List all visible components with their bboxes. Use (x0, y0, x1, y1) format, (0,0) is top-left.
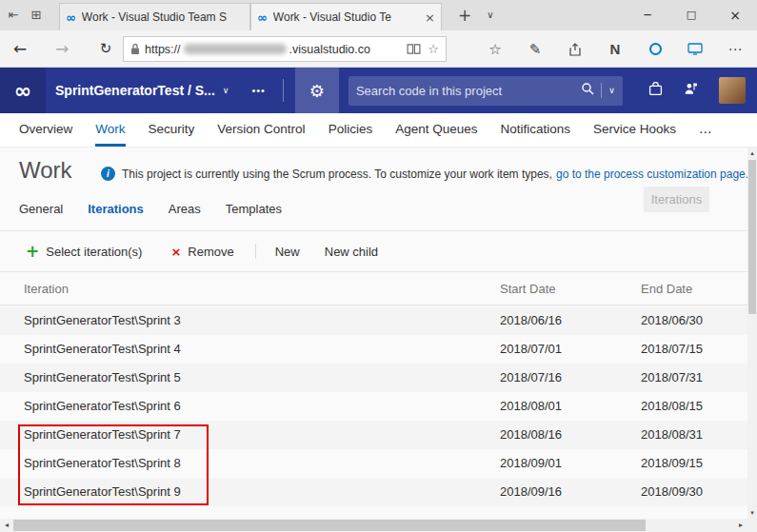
tab-service-hooks[interactable]: Service Hooks (593, 113, 676, 147)
tab-agent-queues[interactable]: Agent Queues (395, 113, 477, 147)
work-settings-content: Work i This project is currently using t… (0, 148, 747, 519)
scroll-right-arrow-icon[interactable]: ▸ (734, 519, 747, 532)
end-date-cell: 2018/06/30 (641, 306, 703, 335)
settings-more-icon[interactable]: ⋯ (715, 30, 755, 68)
end-date-cell: 2018/07/15 (641, 335, 703, 364)
iteration-cell: SprintGeneratorTest\Sprint 9 (24, 478, 181, 506)
iterations-ghost-button: Iterations (644, 187, 709, 212)
new-tab-button[interactable]: + (455, 0, 474, 30)
tab-overview[interactable]: Overview (19, 113, 72, 147)
header-ellipsis-button[interactable]: ••• (251, 85, 266, 96)
start-date-cell: 2018/08/16 (500, 421, 562, 449)
subtab-templates[interactable]: Templates (226, 202, 282, 216)
horizontal-scrollbar[interactable]: ◂ ▸ (0, 519, 757, 532)
table-row[interactable]: SprintGeneratorTest\Sprint 7 2018/08/16 … (0, 421, 747, 449)
scroll-left-arrow-icon[interactable]: ◂ (0, 519, 13, 532)
info-icon: i (101, 167, 115, 181)
refresh-button[interactable]: ↻ (93, 30, 118, 68)
forward-button[interactable]: → (50, 30, 74, 68)
new-child-button[interactable]: New child (325, 245, 378, 259)
share-icon[interactable] (555, 30, 595, 68)
table-row[interactable]: SprintGeneratorTest\Sprint 8 2018/09/01 … (0, 449, 747, 478)
tab-policies[interactable]: Policies (329, 113, 373, 147)
header-right-icons (648, 77, 757, 104)
page-title: Work (19, 157, 72, 184)
vsts-favicon: ∞ (257, 10, 268, 25)
start-date-cell: 2018/07/16 (500, 364, 562, 392)
hub-icon[interactable]: ☆ (475, 30, 515, 68)
reading-view-icon[interactable] (407, 44, 421, 54)
iteration-cell: SprintGeneratorTest\Sprint 4 (24, 335, 181, 364)
plus-icon: + (26, 242, 39, 261)
lock-icon (130, 43, 140, 55)
project-selector-label: SprintGeneratorTest / S... (55, 83, 215, 98)
onenote-icon[interactable]: N (595, 30, 635, 68)
settings-gear-icon[interactable]: ⚙ (295, 68, 339, 113)
end-date-cell: 2018/09/15 (641, 449, 703, 478)
cortana-ring (649, 43, 662, 55)
devices-icon[interactable] (675, 30, 715, 68)
marketplace-bag-icon[interactable] (648, 82, 663, 100)
column-header-end-date: End Date (641, 272, 692, 305)
web-note-icon[interactable]: ✎ (515, 30, 555, 68)
column-header-start-date: Start Date (500, 272, 556, 305)
address-bar[interactable]: https:// .visualstudio.co ☆ (123, 36, 447, 62)
table-row[interactable]: SprintGeneratorTest\Sprint 3 2018/06/16 … (0, 306, 747, 335)
project-selector[interactable]: SprintGeneratorTest / S... ∨ (55, 83, 229, 98)
search-icon[interactable] (581, 82, 594, 99)
column-header-iteration: Iteration (24, 272, 69, 305)
search-box: ∨ (349, 76, 623, 106)
close-button[interactable]: × (713, 0, 757, 30)
scroll-down-arrow-icon[interactable]: ▾ (747, 507, 757, 519)
cortana-icon[interactable] (635, 30, 675, 68)
work-subtabs: General Iterations Areas Templates (19, 202, 282, 216)
window-controls: ─ □ × (626, 0, 757, 30)
tab-title: Work - Visual Studio Team S (82, 10, 244, 24)
iterations-table-body: SprintGeneratorTest\Sprint 3 2018/06/16 … (0, 306, 747, 506)
end-date-cell: 2018/08/31 (641, 421, 703, 449)
show-set-aside-tabs-icon[interactable]: ⊞ (27, 0, 46, 30)
tab-work[interactable]: Work (95, 113, 125, 147)
new-button[interactable]: New (275, 245, 300, 259)
add-favorite-star-icon[interactable]: ☆ (428, 42, 439, 56)
table-row[interactable]: SprintGeneratorTest\Sprint 6 2018/08/01 … (0, 392, 747, 421)
table-row[interactable]: SprintGeneratorTest\Sprint 9 2018/09/16 … (0, 478, 747, 506)
table-row[interactable]: SprintGeneratorTest\Sprint 4 2018/07/01 … (0, 335, 747, 364)
start-date-cell: 2018/09/16 (500, 478, 562, 506)
vertical-scroll-thumb[interactable] (748, 160, 756, 314)
remove-button[interactable]: Remove (188, 245, 233, 259)
scroll-up-arrow-icon[interactable]: ▴ (747, 148, 757, 159)
iteration-cell: SprintGeneratorTest\Sprint 3 (24, 306, 181, 335)
tab-list-chevron-icon[interactable]: ∨ (482, 0, 499, 30)
user-avatar[interactable] (719, 77, 746, 104)
vsts-header: ∞ SprintGeneratorTest / S... ∨ ••• ⚙ ∨ (0, 68, 757, 113)
tab-close-icon[interactable]: × (425, 10, 435, 25)
vertical-scrollbar[interactable]: ▴ ▾ (747, 148, 757, 519)
feedback-person-icon[interactable] (684, 82, 698, 100)
browser-tab-2-active[interactable]: ∞ Work - Visual Studio Te × (250, 3, 442, 30)
back-button[interactable]: ← (8, 30, 32, 68)
search-scope-chevron-icon[interactable]: ∨ (608, 86, 615, 95)
subtab-iterations[interactable]: Iterations (88, 202, 144, 216)
horizontal-scroll-thumb[interactable] (13, 520, 646, 531)
browser-tab-1[interactable]: ∞ Work - Visual Studio Team S (59, 3, 250, 30)
url-suffix: .visualstudio.co (289, 43, 370, 56)
iterations-table-header: Iteration Start Date End Date (0, 272, 747, 305)
tab-version-control[interactable]: Version Control (217, 113, 305, 147)
search-input[interactable] (356, 84, 581, 98)
maximize-button[interactable]: □ (669, 0, 713, 30)
process-customization-link[interactable]: go to the process customization page. (556, 167, 748, 181)
minimize-button[interactable]: ─ (626, 0, 669, 30)
tab-title: Work - Visual Studio Te (273, 10, 419, 24)
tab-security[interactable]: Security (149, 113, 195, 147)
tab-more-ellipsis[interactable]: … (699, 113, 712, 147)
subtab-areas[interactable]: Areas (169, 202, 201, 216)
tab-notifications[interactable]: Notifications (500, 113, 570, 147)
header-divider (283, 79, 284, 102)
start-date-cell: 2018/09/01 (500, 449, 562, 478)
set-tabs-aside-icon[interactable]: ⇤ (4, 0, 23, 30)
table-row[interactable]: SprintGeneratorTest\Sprint 5 2018/07/16 … (0, 364, 747, 392)
subtab-general[interactable]: General (19, 202, 63, 216)
select-iterations-button[interactable]: Select iteration(s) (46, 245, 142, 259)
vsts-logo-icon[interactable]: ∞ (0, 68, 46, 113)
